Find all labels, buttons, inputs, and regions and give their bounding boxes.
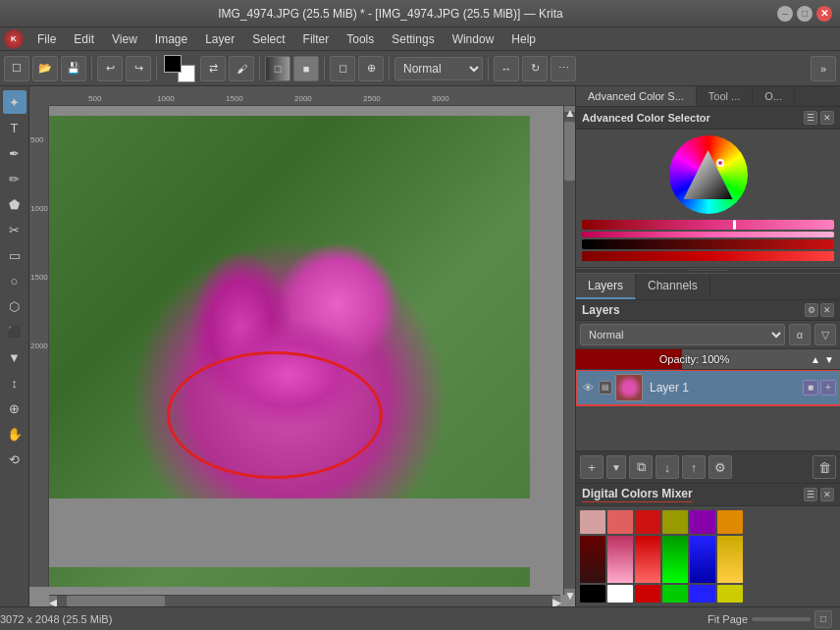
opacity-decrease-button[interactable]: ▼ bbox=[822, 352, 836, 366]
hue-bar[interactable] bbox=[582, 220, 834, 230]
swatch-pink-gradient[interactable] bbox=[607, 536, 633, 583]
new-document-button[interactable]: ☐ bbox=[4, 56, 29, 81]
swatch-pink-light[interactable] bbox=[580, 510, 605, 534]
swatch-red-solid[interactable] bbox=[635, 585, 660, 603]
add-layer-button[interactable]: + bbox=[580, 455, 604, 479]
color-selector-menu-button[interactable]: ☰ bbox=[804, 111, 817, 125]
calligraphy-tool[interactable]: ✒ bbox=[3, 141, 26, 165]
save-button[interactable]: 💾 bbox=[61, 56, 86, 81]
swatch-red[interactable] bbox=[635, 510, 660, 534]
swatch-blue-solid[interactable] bbox=[690, 585, 715, 603]
color-wheel[interactable] bbox=[669, 135, 748, 214]
sample-button[interactable]: ⊕ bbox=[358, 56, 384, 81]
menu-layer[interactable]: Layer bbox=[197, 30, 242, 48]
zoom-tool[interactable]: ⊕ bbox=[3, 396, 26, 420]
opacity-row[interactable]: Opacity: 100% ▲ ▼ bbox=[576, 349, 840, 370]
swatch-green-gradient[interactable] bbox=[662, 536, 688, 583]
fit-page-slider[interactable] bbox=[752, 617, 811, 621]
scroll-thumb-v[interactable] bbox=[564, 122, 575, 181]
measure-tool[interactable]: ↕ bbox=[3, 371, 26, 394]
layers-settings-button[interactable]: ⚙ bbox=[805, 303, 818, 317]
menu-filter[interactable]: Filter bbox=[295, 30, 338, 48]
rectangle-tool[interactable]: ▭ bbox=[3, 243, 26, 267]
scroll-right-button[interactable]: ▶ bbox=[552, 596, 560, 606]
layer-action-1[interactable]: ■ bbox=[803, 380, 818, 395]
menu-tools[interactable]: Tools bbox=[339, 30, 382, 48]
color-selector-close-button[interactable]: ✕ bbox=[820, 111, 834, 125]
swatch-pink-medium[interactable] bbox=[607, 510, 633, 534]
swatch-white[interactable] bbox=[607, 585, 633, 603]
color-wheel-cursor[interactable] bbox=[716, 159, 724, 167]
swatch-dark-red-gradient[interactable] bbox=[580, 536, 605, 583]
value-bar[interactable] bbox=[582, 239, 834, 249]
swatch-purple[interactable] bbox=[690, 510, 715, 534]
layer-row[interactable]: 👁 ▤ Layer 1 ■ + bbox=[576, 370, 840, 405]
swatch-orange[interactable] bbox=[717, 510, 743, 534]
menu-file[interactable]: File bbox=[29, 30, 64, 48]
layer-action-2[interactable]: + bbox=[820, 380, 836, 395]
gradient-tool[interactable]: ▼ bbox=[3, 345, 26, 369]
maximize-button[interactable]: □ bbox=[797, 6, 813, 22]
select-tool[interactable]: ✦ bbox=[3, 90, 26, 114]
opacity-increase-button[interactable]: ▲ bbox=[809, 352, 822, 366]
color-wheel-container[interactable] bbox=[669, 135, 748, 214]
layer-visibility-toggle[interactable]: 👁 bbox=[580, 380, 596, 395]
gradient-button[interactable]: □ bbox=[265, 56, 290, 81]
fill-tool[interactable]: ⬛ bbox=[3, 320, 26, 343]
layers-close-button[interactable]: ✕ bbox=[820, 303, 834, 317]
pencil-tool[interactable]: ⬟ bbox=[3, 192, 26, 216]
open-button[interactable]: 📂 bbox=[32, 56, 58, 81]
move-layer-up-button[interactable]: ↑ bbox=[682, 455, 706, 479]
menu-view[interactable]: View bbox=[104, 30, 145, 48]
panel-tab-advanced-color[interactable]: Advanced Color S... bbox=[576, 86, 697, 106]
ellipse-tool[interactable]: ○ bbox=[3, 269, 26, 292]
layer-properties-button[interactable]: ⚙ bbox=[709, 455, 732, 479]
menu-edit[interactable]: Edit bbox=[66, 30, 102, 48]
color-wheel-area[interactable] bbox=[576, 130, 840, 220]
canvas-viewport[interactable] bbox=[49, 106, 563, 587]
swatch-yellow-green[interactable] bbox=[662, 510, 688, 534]
crop-tool[interactable]: ✂ bbox=[3, 218, 26, 241]
fit-page-button[interactable]: □ bbox=[814, 610, 832, 628]
close-button[interactable]: ✕ bbox=[816, 6, 832, 22]
mirror-x-button[interactable]: ↔ bbox=[494, 56, 519, 81]
fill-button[interactable]: ■ bbox=[293, 56, 319, 81]
swatch-yellow-gradient[interactable] bbox=[717, 536, 743, 583]
swatch-black[interactable] bbox=[580, 585, 605, 603]
extra-button[interactable]: ⋯ bbox=[551, 56, 576, 81]
red-channel-bar[interactable] bbox=[582, 251, 834, 261]
rotate-button[interactable]: ↻ bbox=[522, 56, 548, 81]
menu-help[interactable]: Help bbox=[503, 30, 544, 48]
minimize-button[interactable]: – bbox=[777, 6, 793, 22]
swatch-blue-gradient[interactable] bbox=[690, 536, 715, 583]
scroll-down-button[interactable]: ▼ bbox=[564, 589, 575, 595]
menu-select[interactable]: Select bbox=[244, 30, 292, 48]
layers-blend-mode-select[interactable]: Normal bbox=[580, 324, 785, 345]
panel-tab-tool[interactable]: Tool ... bbox=[697, 86, 753, 106]
text-tool[interactable]: T bbox=[3, 116, 26, 139]
panel-tab-other[interactable]: O... bbox=[753, 86, 795, 106]
pan-tool[interactable]: ✋ bbox=[3, 422, 26, 446]
layers-tab-channels[interactable]: Channels bbox=[636, 274, 710, 299]
paintbrush-button[interactable]: 🖌 bbox=[229, 56, 254, 81]
polygon-tool[interactable]: ⬡ bbox=[3, 294, 26, 318]
foreground-color-swatch[interactable] bbox=[164, 55, 182, 73]
layers-alpha-lock-button[interactable]: α bbox=[789, 324, 811, 345]
swap-colors-button[interactable]: ⇄ bbox=[200, 56, 226, 81]
colors-mixer-menu-button[interactable]: ☰ bbox=[804, 488, 817, 501]
move-layer-down-button[interactable]: ↓ bbox=[656, 455, 679, 479]
transform-tool[interactable]: ⟲ bbox=[3, 447, 26, 471]
swatch-red-gradient[interactable] bbox=[635, 536, 660, 583]
swatch-green-solid[interactable] bbox=[662, 585, 688, 603]
colors-mixer-close-button[interactable]: ✕ bbox=[820, 488, 834, 501]
redo-button[interactable]: ↪ bbox=[126, 56, 151, 81]
add-layer-dropdown-button[interactable]: ▼ bbox=[606, 455, 626, 479]
scroll-thumb-h[interactable] bbox=[67, 596, 165, 606]
delete-layer-button[interactable]: 🗑 bbox=[813, 455, 836, 479]
toolbar-expand-button[interactable]: » bbox=[811, 56, 836, 81]
brush-tool[interactable]: ✏ bbox=[3, 167, 26, 190]
canvas-area[interactable]: 500 1000 1500 2000 2500 3000 500 1000 15… bbox=[29, 86, 575, 606]
menu-window[interactable]: Window bbox=[445, 30, 502, 48]
undo-button[interactable]: ↩ bbox=[97, 56, 123, 81]
scroll-left-button[interactable]: ◀ bbox=[49, 596, 57, 606]
